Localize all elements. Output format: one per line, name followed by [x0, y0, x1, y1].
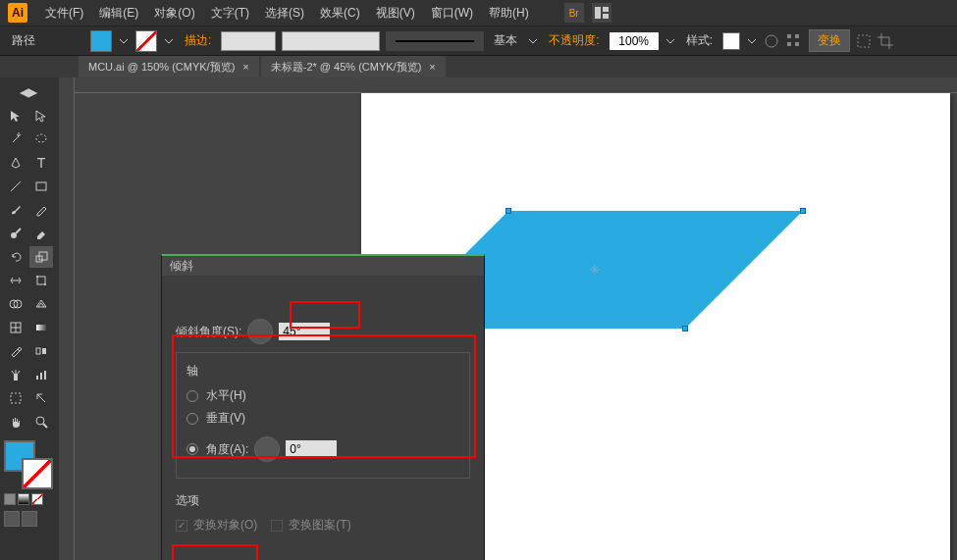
menu-edit[interactable]: 编辑(E) [91, 5, 146, 22]
chk-transform-object: ✓ [176, 520, 187, 532]
line-style-select[interactable] [386, 31, 484, 51]
fill-stroke-swatches[interactable] [4, 440, 53, 489]
scale-tool[interactable] [29, 246, 53, 268]
mesh-tool[interactable] [4, 317, 27, 338]
perspective-tool[interactable] [29, 293, 53, 315]
dialog-title: 倾斜 [162, 256, 484, 276]
line-tool[interactable] [4, 176, 27, 197]
graph-tool[interactable] [29, 364, 53, 385]
svg-point-31 [36, 417, 44, 425]
style-swatch[interactable] [722, 32, 740, 50]
symbol-sprayer-tool[interactable] [4, 364, 27, 385]
rotate-tool[interactable] [4, 246, 27, 268]
center-marker [587, 262, 603, 278]
control-bar: 路径 描边: 基本 不透明度: 100% 样式: 变换 [0, 26, 957, 56]
fill-swatch[interactable] [90, 30, 112, 52]
zoom-tool[interactable] [29, 411, 53, 433]
shear-dialog: 倾斜 倾斜角度(S): 轴 水平(H) 垂直(V) 角度(A): [161, 254, 485, 560]
close-icon[interactable]: × [242, 61, 248, 73]
none-mode[interactable] [31, 493, 43, 505]
svg-rect-1 [603, 7, 609, 12]
lasso-tool[interactable] [29, 128, 53, 150]
selection-tool[interactable] [4, 105, 27, 127]
svg-rect-29 [44, 371, 46, 380]
close-icon[interactable]: × [429, 61, 435, 73]
canvas[interactable]: 倾斜 倾斜角度(S): 轴 水平(H) 垂直(V) 角度(A): [59, 77, 957, 560]
bridge-icon[interactable]: Br [564, 3, 584, 23]
svg-rect-5 [787, 42, 791, 46]
tab-untitled[interactable]: 未标题-2* @ 45% (CMYK/预览)× [261, 56, 446, 77]
stroke-width-input[interactable] [221, 31, 276, 51]
tab-mcu[interactable]: MCU.ai @ 150% (CMYK/预览)× [79, 56, 259, 77]
menu-effect[interactable]: 效果(C) [312, 5, 368, 22]
color-mode[interactable] [4, 493, 16, 505]
blend-tool[interactable] [29, 340, 53, 362]
gradient-tool[interactable] [29, 317, 53, 338]
recolor-icon[interactable] [764, 33, 779, 49]
tab-label: 未标题-2* @ 45% (CMYK/预览) [271, 60, 422, 75]
pencil-tool[interactable] [29, 199, 53, 221]
blob-brush-tool[interactable] [4, 223, 27, 244]
chevron-down-icon[interactable] [527, 35, 539, 47]
menu-type[interactable]: 文字(T) [203, 5, 257, 22]
direct-selection-tool[interactable] [29, 105, 53, 127]
opacity-label[interactable]: 不透明度: [549, 32, 599, 49]
screen-mode-2[interactable] [22, 511, 37, 527]
svg-rect-2 [603, 14, 609, 19]
toolbox: ◀▶ T [0, 77, 59, 560]
arrange-icon[interactable] [592, 3, 611, 23]
ruler-vertical [59, 77, 75, 560]
gradient-mode[interactable] [18, 493, 29, 505]
screen-mode[interactable] [4, 511, 20, 527]
magic-wand-tool[interactable] [4, 128, 27, 150]
crop-icon[interactable] [877, 33, 893, 49]
opacity-input[interactable]: 100% [610, 32, 659, 50]
stroke-swatch[interactable] [135, 30, 157, 52]
chevron-down-icon[interactable] [665, 35, 676, 47]
svg-rect-0 [595, 7, 601, 19]
align-icon[interactable] [785, 32, 803, 50]
width-tool[interactable] [4, 270, 27, 291]
eraser-tool[interactable] [29, 223, 53, 244]
hand-tool[interactable] [4, 411, 27, 433]
selection-handle[interactable] [505, 208, 511, 214]
svg-point-16 [36, 276, 38, 278]
chevron-down-icon[interactable] [746, 35, 758, 47]
tab-label: MCU.ai @ 150% (CMYK/预览) [88, 60, 235, 75]
isolate-icon[interactable] [856, 33, 872, 49]
tab-toggle-icon[interactable]: ◀▶ [4, 81, 53, 103]
ruler-horizontal [59, 77, 957, 93]
eyedropper-tool[interactable] [4, 340, 27, 362]
svg-rect-15 [37, 277, 45, 284]
selected-shape[interactable] [450, 211, 744, 329]
selection-handle[interactable] [682, 326, 688, 331]
svg-rect-8 [858, 35, 870, 47]
transform-button[interactable]: 变换 [809, 29, 850, 52]
stroke-color[interactable] [22, 458, 53, 489]
rectangle-tool[interactable] [29, 176, 53, 197]
document-tabs: MCU.ai @ 150% (CMYK/预览)× 未标题-2* @ 45% (C… [0, 56, 957, 77]
menu-view[interactable]: 视图(V) [368, 5, 423, 22]
brush-select[interactable] [282, 31, 380, 51]
selection-handle[interactable] [800, 208, 806, 214]
menu-file[interactable]: 文件(F) [37, 5, 91, 22]
free-transform-tool[interactable] [29, 270, 53, 291]
menu-window[interactable]: 窗口(W) [423, 5, 481, 22]
chevron-down-icon[interactable] [118, 35, 130, 47]
slice-tool[interactable] [29, 387, 53, 409]
chevron-down-icon[interactable] [163, 35, 175, 47]
svg-rect-30 [11, 393, 21, 403]
artboard-tool[interactable] [4, 387, 27, 409]
menu-select[interactable]: 选择(S) [257, 5, 312, 22]
pen-tool[interactable] [4, 152, 27, 174]
shape-builder-tool[interactable] [4, 293, 27, 315]
highlight-shear-input [290, 301, 360, 329]
stroke-label[interactable]: 描边: [185, 32, 211, 49]
type-tool[interactable]: T [29, 152, 53, 174]
paintbrush-tool[interactable] [4, 199, 27, 221]
options-legend: 选项 [176, 492, 470, 509]
menubar: Ai 文件(F) 编辑(E) 对象(O) 文字(T) 选择(S) 效果(C) 视… [0, 0, 957, 26]
menu-help[interactable]: 帮助(H) [481, 5, 537, 22]
svg-rect-4 [787, 34, 791, 38]
menu-object[interactable]: 对象(O) [146, 5, 202, 22]
